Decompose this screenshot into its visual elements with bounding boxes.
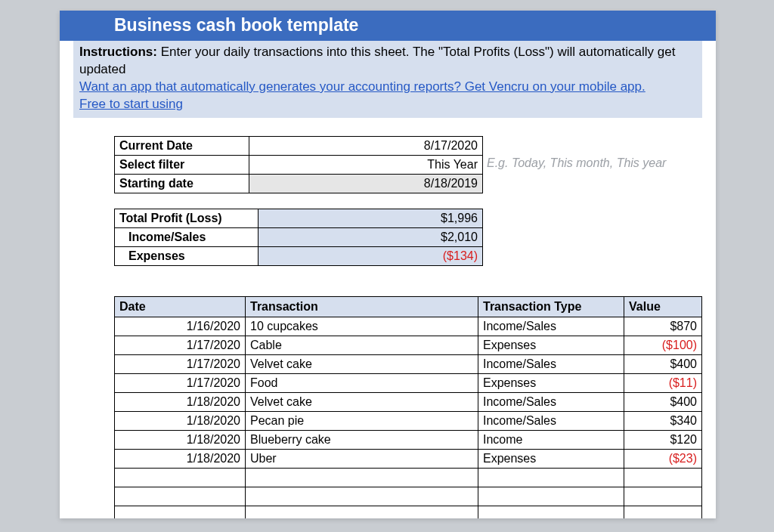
cell-type[interactable]: Income/Sales [478, 392, 624, 411]
label-starting-date: Starting date [115, 174, 249, 193]
cell-value[interactable]: ($11) [624, 373, 702, 392]
table-row[interactable]: 1/17/2020CableExpenses($100) [115, 336, 702, 354]
col-header-value: Value [624, 296, 702, 317]
cell-transaction[interactable]: Velvet cake [246, 392, 478, 411]
label-select-filter: Select filter [115, 155, 249, 174]
row-select-filter: Select filter This Year E.g. Today, This… [115, 155, 483, 174]
table-row[interactable] [115, 506, 702, 518]
cell-date[interactable] [115, 487, 246, 506]
table-row[interactable] [115, 468, 702, 487]
table-row[interactable]: 1/17/2020FoodExpenses($11) [115, 373, 702, 392]
value-expenses: ($134) [259, 246, 483, 265]
cell-value[interactable]: ($23) [624, 449, 702, 468]
transactions-table: Date Transaction Transaction Type Value … [114, 296, 702, 518]
cell-value[interactable] [624, 468, 702, 487]
cell-date[interactable]: 1/17/2020 [115, 336, 246, 354]
value-starting-date[interactable]: 8/18/2019 [249, 174, 483, 193]
filter-hint: E.g. Today, This month, This year [482, 156, 666, 170]
value-select-filter[interactable]: This Year E.g. Today, This month, This y… [249, 155, 483, 174]
cell-type[interactable]: Income [478, 430, 624, 449]
row-current-date: Current Date 8/17/2020 [115, 136, 483, 155]
cell-transaction[interactable]: 10 cupcakes [246, 317, 478, 336]
cell-value[interactable]: $120 [624, 430, 702, 449]
cell-type[interactable]: Income/Sales [478, 317, 624, 336]
value-total-profit: $1,996 [259, 209, 483, 227]
cell-type[interactable]: Income/Sales [478, 354, 624, 373]
cell-type[interactable]: Expenses [478, 373, 624, 392]
value-income-sales: $2,010 [259, 227, 483, 246]
col-header-date: Date [115, 296, 246, 317]
promo-link-2[interactable]: Free to start using [79, 97, 183, 111]
row-expenses: Expenses ($134) [115, 246, 483, 265]
cell-transaction[interactable] [246, 487, 478, 506]
table-row[interactable]: 1/18/2020UberExpenses($23) [115, 449, 702, 468]
cell-value[interactable]: $340 [624, 411, 702, 430]
cell-transaction[interactable]: Blueberry cake [246, 430, 478, 449]
label-current-date: Current Date [115, 136, 249, 155]
label-total-profit: Total Profit (Loss) [115, 209, 259, 227]
cell-type[interactable]: Income/Sales [478, 411, 624, 430]
cell-type[interactable]: Expenses [478, 449, 624, 468]
cell-date[interactable]: 1/17/2020 [115, 354, 246, 373]
table-row[interactable]: 1/18/2020Blueberry cakeIncome$120 [115, 430, 702, 449]
label-expenses: Expenses [115, 246, 259, 265]
summary-table: Total Profit (Loss) $1,996 Income/Sales … [114, 209, 483, 266]
transactions-header-row: Date Transaction Transaction Type Value [115, 296, 702, 317]
cell-date[interactable]: 1/16/2020 [115, 317, 246, 336]
table-row[interactable]: 1/17/2020Velvet cakeIncome/Sales$400 [115, 354, 702, 373]
info-table: Current Date 8/17/2020 Select filter Thi… [114, 136, 483, 193]
cell-transaction[interactable]: Pecan pie [246, 411, 478, 430]
cell-date[interactable] [115, 468, 246, 487]
cell-transaction[interactable] [246, 468, 478, 487]
cell-date[interactable]: 1/18/2020 [115, 430, 246, 449]
cell-value[interactable] [624, 506, 702, 518]
instructions-text: Enter your daily transactions into this … [79, 45, 675, 76]
row-total-profit: Total Profit (Loss) $1,996 [115, 209, 483, 227]
table-row[interactable]: 1/18/2020Pecan pieIncome/Sales$340 [115, 411, 702, 430]
cell-date[interactable]: 1/18/2020 [115, 411, 246, 430]
label-income-sales: Income/Sales [115, 227, 259, 246]
cell-value[interactable]: $400 [624, 354, 702, 373]
row-starting-date: Starting date 8/18/2019 [115, 174, 483, 193]
table-row[interactable] [115, 487, 702, 506]
cell-date[interactable] [115, 506, 246, 518]
cell-date[interactable]: 1/17/2020 [115, 373, 246, 392]
cell-value[interactable] [624, 487, 702, 506]
cell-transaction[interactable]: Velvet cake [246, 354, 478, 373]
cell-date[interactable]: 1/18/2020 [115, 392, 246, 411]
cell-type[interactable] [478, 487, 624, 506]
spreadsheet-sheet: Business cash book template Instructions… [60, 11, 716, 518]
value-current-date[interactable]: 8/17/2020 [249, 136, 483, 155]
col-header-transaction: Transaction [246, 296, 478, 317]
cell-date[interactable]: 1/18/2020 [115, 449, 246, 468]
cell-value[interactable]: $870 [624, 317, 702, 336]
cell-type[interactable] [478, 468, 624, 487]
promo-link-1[interactable]: Want an app that automatically generates… [79, 79, 646, 94]
table-row[interactable]: 1/16/202010 cupcakesIncome/Sales$870 [115, 317, 702, 336]
cell-transaction[interactable]: Food [246, 373, 478, 392]
row-income-sales: Income/Sales $2,010 [115, 227, 483, 246]
col-header-type: Transaction Type [478, 296, 624, 317]
cell-type[interactable] [478, 506, 624, 518]
instructions-label: Instructions: [79, 45, 157, 59]
page-title: Business cash book template [60, 11, 716, 41]
cell-type[interactable]: Expenses [478, 336, 624, 354]
cell-transaction[interactable] [246, 506, 478, 518]
instructions-box: Instructions: Enter your daily transacti… [73, 41, 702, 118]
cell-value[interactable]: $400 [624, 392, 702, 411]
table-row[interactable]: 1/18/2020Velvet cakeIncome/Sales$400 [115, 392, 702, 411]
cell-transaction[interactable]: Cable [246, 336, 478, 354]
cell-transaction[interactable]: Uber [246, 449, 478, 468]
cell-value[interactable]: ($100) [624, 336, 702, 354]
